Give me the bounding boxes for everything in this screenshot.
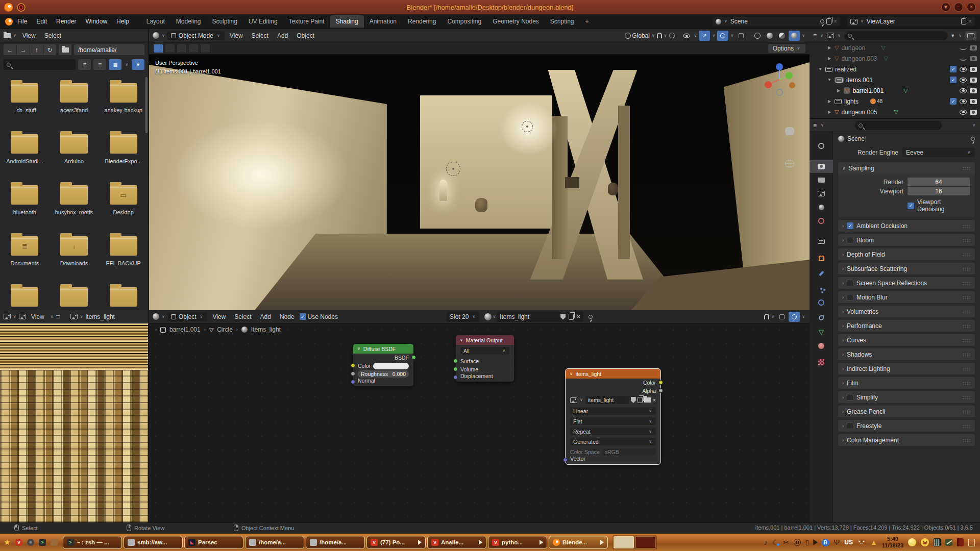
workspace-pager[interactable] (612, 535, 657, 549)
folder-item[interactable]: anakey-backup (99, 83, 148, 134)
file-path-field[interactable]: /home/amalie/ (74, 44, 144, 55)
viewport-select-menu[interactable]: Select (248, 31, 272, 41)
tab-geometry-nodes[interactable]: Geometry Nodes (487, 15, 545, 28)
taskbar-window-zsh[interactable]: >~ : zsh — ... (63, 536, 122, 549)
material-browse-icon[interactable] (484, 313, 492, 320)
menu-launcher-icon[interactable]: ★ (2, 537, 12, 547)
image-browse-icon[interactable] (70, 314, 78, 319)
light-gizmo[interactable] (522, 121, 533, 132)
breadcrumb-material[interactable]: Items_light (251, 326, 281, 333)
bluetooth-tray-icon[interactable]: B (822, 539, 829, 546)
panel-motion-blur[interactable]: ›Motion Blur:::: (838, 291, 975, 303)
menu-edit[interactable]: Edit (32, 16, 52, 27)
tab-add-workspace[interactable]: + (580, 15, 595, 28)
properties-search-input[interactable] (855, 121, 942, 130)
shader-grid-icon[interactable] (776, 312, 788, 322)
tab-modifiers[interactable] (810, 267, 833, 280)
panel-freestyle[interactable]: ›Freestyle:::: (838, 420, 975, 432)
clipboard-tray-icon[interactable]: ▯ (805, 539, 809, 545)
socket-surface-input[interactable] (453, 359, 458, 363)
show-overlays-button[interactable] (717, 31, 728, 41)
image-datablock-icon[interactable] (570, 397, 577, 403)
tab-shading[interactable]: Shading (330, 15, 364, 28)
media-launcher-icon[interactable] (26, 537, 36, 547)
file-browser-editor-icon[interactable] (4, 33, 11, 38)
display-horizontal-list-button[interactable]: ≡ (93, 59, 106, 70)
tab-physics[interactable] (810, 296, 833, 309)
scene-selector[interactable]: ∨ Scene × (713, 17, 840, 26)
unlink-image-icon[interactable]: × (653, 397, 656, 403)
launcher-icon[interactable]: V (14, 537, 24, 547)
socket-color-input[interactable] (351, 363, 355, 368)
folder-item[interactable]: acers3fand (50, 83, 99, 134)
terminal-launcher-icon[interactable]: > (37, 537, 47, 547)
folder-item[interactable] (0, 287, 50, 307)
folder-item[interactable]: ≣Documents (0, 236, 50, 287)
socket-alpha-output[interactable] (658, 388, 663, 393)
taskbar-window-smb[interactable]: smb://aw... (124, 536, 183, 549)
unlink-scene-icon[interactable]: × (834, 18, 837, 25)
folder-item[interactable]: AndroidStudi... (0, 134, 50, 185)
sampling-panel-header[interactable]: ∨ Sampling :::: (838, 162, 975, 174)
tool-option-button[interactable] (153, 44, 163, 53)
copy-image-icon[interactable] (638, 397, 643, 403)
outliner-filter-icon[interactable]: ▼ (950, 33, 955, 38)
hide-icon[interactable] (960, 88, 967, 93)
socket-normal-input[interactable] (351, 380, 355, 384)
nightlight-tray-icon[interactable]: ☾ (772, 539, 779, 546)
calculator-tray-icon[interactable] (934, 538, 941, 546)
disable-render-icon[interactable] (970, 67, 977, 72)
panel-shadows[interactable]: ›Shadows:::: (838, 348, 975, 360)
transform-orientation[interactable]: Global (632, 32, 650, 39)
new-scene-icon[interactable] (826, 18, 831, 24)
display-mode-icon[interactable] (827, 33, 834, 38)
tool-option-button[interactable] (177, 44, 187, 53)
view-layer-selector[interactable]: ∨ ViewLayer × (847, 17, 975, 26)
taskbar-window-files-1[interactable]: /home/a... (245, 536, 304, 549)
display-thumbnails-button[interactable]: ▦ (109, 59, 121, 70)
extension-dropdown[interactable]: Repeat∨ (570, 428, 656, 435)
panel-ambient-occlusion[interactable]: ›✓Ambient Occlusion:::: (838, 220, 975, 232)
hide-icon[interactable] (960, 67, 967, 72)
navigation-gizmo[interactable] (761, 61, 798, 98)
exclude-checkbox[interactable]: ✓ (950, 77, 957, 83)
disable-render-icon[interactable] (970, 110, 977, 115)
folder-item[interactable] (99, 287, 148, 307)
wifi-tray-icon[interactable] (857, 540, 866, 545)
package-launcher-icon[interactable] (49, 537, 59, 547)
volume-tray-icon[interactable] (813, 539, 817, 545)
taskbar-window-blender[interactable]: Blende... (549, 536, 608, 549)
warning-tray-icon[interactable]: ▲ (870, 539, 877, 546)
minimize-button[interactable]: ▼ (941, 3, 950, 12)
viewport-add-menu[interactable]: Add (274, 31, 291, 41)
close-button[interactable]: × (967, 3, 976, 12)
hide-icon[interactable] (960, 78, 967, 83)
folder-item[interactable]: Arduino (50, 134, 99, 185)
dictionary-tray-icon[interactable] (957, 538, 964, 546)
shading-solid-button[interactable] (764, 31, 775, 41)
shader-view-menu[interactable]: View (209, 312, 229, 322)
outliner-editor-icon[interactable]: ≡ (813, 32, 817, 39)
tab-animation[interactable]: Animation (364, 15, 402, 28)
shader-add-menu[interactable]: Add (257, 312, 275, 322)
tab-layout[interactable]: Layout (141, 15, 170, 28)
socket-color-output[interactable] (658, 380, 663, 385)
tab-render[interactable] (810, 160, 833, 173)
outliner-search-input[interactable] (844, 31, 948, 40)
maximize-button[interactable]: − (954, 3, 963, 12)
shader-type-selector[interactable]: Object ∨ (167, 312, 208, 321)
shader-editor-icon[interactable] (153, 313, 159, 320)
shader-snap-icon[interactable] (764, 314, 769, 319)
menu-file[interactable]: File (13, 16, 32, 27)
folder-item[interactable]: ↓Downloads (50, 236, 99, 287)
render-engine-dropdown[interactable]: Eevee∨ (902, 147, 975, 157)
viewport-scene[interactable]: User Perspective (1) items.001 | barrel1… (149, 55, 810, 310)
panel-subsurface-scattering[interactable]: ›Subsurface Scattering:::: (838, 263, 975, 274)
fake-user-icon[interactable] (631, 397, 636, 403)
exclude-checkbox[interactable]: ✓ (950, 66, 957, 72)
color-swatch[interactable] (373, 363, 409, 369)
panel-checkbox[interactable]: ✓ (847, 222, 853, 229)
panel-curves[interactable]: ›Curves:::: (838, 334, 975, 346)
file-select-menu[interactable]: Select (41, 31, 65, 41)
emoji-tray-icon[interactable] (921, 538, 929, 546)
